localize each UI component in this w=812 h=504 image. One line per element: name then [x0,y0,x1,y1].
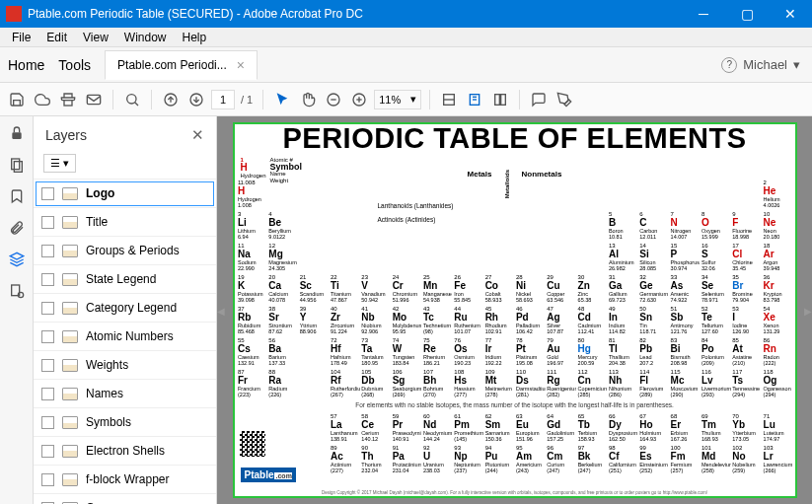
element-cell: 47AgSilver107.87 [546,305,576,336]
layer-row[interactable]: Category Legend [34,294,216,323]
panel-options-button[interactable]: ☰▾ [43,154,76,173]
next-page-icon[interactable] [185,89,207,110]
attachment-icon[interactable] [6,217,28,239]
element-cell: 25MnManganese54.938 [421,273,452,305]
layer-row[interactable]: f-block Wrapper [34,466,216,494]
element-cell: 73TaTantalum180.95 [360,336,391,368]
zoom-select[interactable]: 11%▾ [374,90,421,109]
layer-row[interactable]: Logo [34,180,216,208]
layer-checkbox[interactable] [41,330,54,343]
close-tab-icon[interactable]: × [237,57,245,73]
page-number-input[interactable] [211,90,235,109]
layers-icon[interactable] [6,249,28,270]
nav-home[interactable]: Home [8,57,44,73]
panel-close-icon[interactable]: ✕ [191,126,204,144]
layer-checkbox[interactable] [41,445,54,458]
fit-page-icon[interactable] [464,89,485,110]
layer-checkbox[interactable] [41,388,54,400]
nav-tools[interactable]: Tools [58,57,91,73]
layer-icon [62,416,78,429]
menu-view[interactable]: View [75,31,116,44]
element-cell: 111RgRoentgenium(282) [546,368,576,399]
layer-row[interactable]: Atomic Numbers [34,323,216,351]
element-cell: 93NpNeptunium(237) [453,444,483,475]
hand-icon[interactable] [297,89,319,110]
signatures-icon[interactable] [6,280,28,302]
layer-checkbox[interactable] [41,187,54,200]
layer-checkbox[interactable] [41,273,54,286]
layer-row[interactable]: Electron Shells [34,437,216,466]
element-cell: 75ReRhenium186.21 [421,336,452,368]
element-cell: 67HoHolmium164.93 [638,412,669,444]
element-cell: 64GdGadolinium157.25 [546,412,576,444]
element-cell: 39YYttrium88.906 [298,305,329,336]
element-cell: 48CdCadmium112.41 [576,305,607,336]
layer-label: Logo [86,186,114,200]
pointer-icon[interactable] [271,89,293,110]
element-cell: 16SSulfur32.06 [700,242,730,273]
mail-icon[interactable] [83,89,105,110]
chevron-down-icon[interactable]: ▾ [793,57,800,72]
minimize-button[interactable]: ─ [682,0,725,28]
layer-checkbox[interactable] [41,245,54,257]
layer-checkbox[interactable] [41,302,54,315]
print-icon[interactable] [57,89,79,110]
zoom-in-icon[interactable] [348,89,370,110]
layer-row[interactable]: State Legend [34,265,216,294]
element-cell: 66DyDysprosium162.50 [607,412,637,444]
maximize-button[interactable]: ▢ [725,0,769,28]
lock-icon[interactable] [6,122,28,144]
element-cell: 81TlThallium204.38 [607,336,637,368]
layer-row[interactable]: Groups & Periods [34,237,216,265]
help-icon[interactable]: ? [721,57,737,73]
element-cell: 15PPhosphorus30.974 [669,242,700,273]
element-cell: 30ZnZinc65.38 [576,273,607,305]
layer-row[interactable]: Title [34,208,216,237]
menu-help[interactable]: Help [175,31,215,44]
zoom-out-icon[interactable] [323,89,344,110]
thumbnails-icon[interactable] [6,154,28,176]
element-cell: 105DbDubnium(268) [360,368,391,399]
element-cell: 42MoMolybdenum95.95 [391,305,421,336]
layer-icon [62,359,78,372]
layer-row[interactable]: Symbols [34,408,216,437]
element-cell: 43TcTechnetium(98) [421,305,452,336]
close-button[interactable]: ✕ [769,0,812,28]
layer-checkbox[interactable] [41,416,54,429]
layer-row[interactable]: Names [34,380,216,408]
search-icon[interactable] [121,89,143,110]
layer-checkbox[interactable] [41,216,54,229]
expand-right-icon[interactable]: ▶ [804,305,812,316]
element-cell: 99EsEinsteinium(252) [638,444,669,475]
prev-page-icon[interactable] [160,89,182,110]
menu-file[interactable]: File [4,31,38,44]
save-icon[interactable] [6,89,28,110]
layer-label: Symbols [86,415,131,429]
app-icon [6,6,22,22]
bookmark-icon[interactable] [6,185,28,207]
layer-row[interactable]: Corners [34,494,216,504]
user-name[interactable]: Michael [743,57,787,72]
layer-checkbox[interactable] [41,473,54,486]
layer-checkbox[interactable] [41,359,54,372]
expand-left-icon[interactable]: ◀ [217,305,225,316]
reflow-icon[interactable] [489,89,511,110]
layer-row[interactable]: Weights [34,351,216,380]
comment-icon[interactable] [528,89,550,110]
svg-marker-19 [10,252,23,259]
qr-code [240,431,265,457]
element-cell: 108HsHassium(277) [453,368,483,399]
fit-width-icon[interactable] [438,89,460,110]
document-viewport[interactable]: ◀ PERIODIC TABLE OF ELEMENTS 1 H Hydroge… [217,116,812,504]
element-cell: 9FFluorine18.998 [731,210,762,242]
element-cell: 77IrIridium192.22 [483,336,514,368]
highlight-icon[interactable] [554,89,575,110]
file-tab[interactable]: Ptable.com Periodi... × [105,50,258,80]
element-cell: 68ErErbium167.26 [669,412,700,444]
cloud-icon[interactable] [32,89,53,110]
element-cell: 74WTungsten183.84 [391,336,421,368]
menu-window[interactable]: Window [116,31,175,44]
menu-edit[interactable]: Edit [38,31,75,44]
element-cell: 78PtPlatinum195.08 [514,336,545,368]
element-cell: 23VVanadium50.942 [360,273,391,305]
